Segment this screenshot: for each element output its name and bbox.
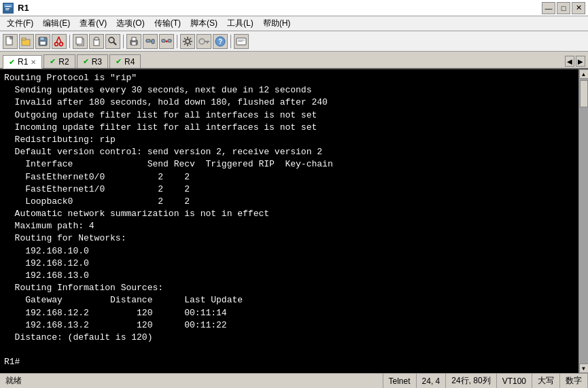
menu-script[interactable]: 脚本(S) — [186, 17, 222, 30]
menu-help[interactable]: 帮助(H) — [259, 17, 295, 30]
tab-check-r1: ✔ — [9, 58, 15, 67]
toolbar-open[interactable] — [19, 34, 34, 49]
status-position: 24, 4 — [417, 374, 447, 388]
toolbar-new[interactable] — [3, 34, 18, 49]
toolbar-save[interactable] — [35, 34, 50, 49]
svg-rect-24 — [132, 37, 136, 41]
scroll-down-button[interactable]: ▼ — [579, 364, 589, 373]
svg-rect-18 — [76, 37, 82, 44]
svg-rect-3 — [5, 8, 10, 9]
menu-edit[interactable]: 编辑(E) — [39, 17, 74, 30]
status-protocol: Telnet — [383, 374, 417, 388]
svg-point-13 — [55, 42, 58, 46]
terminal-type-text: VT100 — [502, 376, 526, 386]
toolbar-find[interactable] — [105, 34, 120, 49]
tab-check-r3: ✔ — [83, 57, 89, 66]
status-text: 就绪 — [5, 375, 22, 387]
terminal-output[interactable]: Routing Protocol is "rip" Sending update… — [0, 69, 578, 373]
status-num: 数字 — [560, 374, 588, 388]
scrollbar-thumb[interactable] — [580, 80, 588, 107]
toolbar-extra[interactable] — [234, 34, 249, 49]
maximize-button[interactable]: □ — [557, 2, 570, 14]
tab-r2[interactable]: ✔ R2 — [44, 54, 75, 68]
title-bar: R1 — □ ✕ — [0, 0, 588, 16]
toolbar-settings[interactable] — [180, 34, 195, 49]
svg-rect-12 — [40, 41, 46, 45]
svg-line-39 — [190, 43, 191, 45]
svg-rect-4 — [5, 10, 9, 10]
title-bar-left: R1 — [3, 3, 29, 14]
tab-r1[interactable]: ✔ R1 ✕ — [3, 55, 42, 69]
menu-transfer[interactable]: 传输(T) — [150, 17, 185, 30]
tab-label-r4: R4 — [124, 57, 135, 67]
terminal-container: Routing Protocol is "rip" Sending update… — [0, 69, 588, 373]
status-ready: 就绪 — [0, 374, 383, 388]
caps-text: 大写 — [538, 375, 554, 387]
tab-label-r1: R1 — [18, 57, 28, 67]
tab-check-r4: ✔ — [116, 57, 122, 66]
svg-rect-11 — [40, 37, 44, 40]
svg-rect-2 — [5, 6, 11, 7]
tab-nav-prev[interactable]: ◀ — [565, 56, 574, 67]
scrollbar-track[interactable] — [579, 79, 588, 364]
tab-navigation: ◀ ▶ — [565, 56, 585, 67]
minimize-button[interactable]: — — [542, 2, 555, 14]
toolbar-disconnect[interactable] — [159, 34, 174, 49]
svg-rect-44 — [207, 42, 208, 43]
svg-rect-45 — [208, 41, 209, 42]
svg-rect-29 — [162, 39, 165, 42]
svg-line-22 — [114, 42, 116, 45]
toolbar-print[interactable] — [126, 34, 141, 49]
svg-point-21 — [109, 37, 114, 43]
toolbar-sep3 — [177, 35, 177, 48]
tab-check-r2: ✔ — [50, 57, 56, 66]
title-controls: — □ ✕ — [542, 2, 585, 14]
menu-bar: 文件(F) 编辑(E) 查看(V) 选项(O) 传输(T) 脚本(S) 工具(L… — [0, 16, 588, 31]
toolbar-connect[interactable] — [143, 34, 158, 49]
toolbar-cut[interactable] — [52, 34, 67, 49]
toolbar-sep1 — [69, 35, 70, 48]
tab-bar: ✔ R1 ✕ ✔ R2 ✔ R3 ✔ R4 ◀ ▶ — [0, 52, 588, 69]
tab-r3[interactable]: ✔ R3 — [77, 54, 108, 68]
status-caps: 大写 — [532, 374, 560, 388]
svg-rect-25 — [132, 42, 136, 45]
protocol-text: Telnet — [389, 376, 411, 386]
svg-rect-1 — [4, 4, 12, 7]
svg-rect-30 — [168, 39, 171, 42]
toolbar-key[interactable] — [196, 34, 211, 49]
app-icon — [3, 3, 14, 14]
status-bar: 就绪 Telnet 24, 4 24行, 80列 VT100 大写 数字 — [0, 373, 588, 388]
svg-rect-9 — [22, 38, 26, 40]
position-text: 24, 4 — [422, 376, 440, 386]
svg-point-14 — [60, 42, 63, 46]
toolbar-copy[interactable] — [73, 34, 88, 49]
svg-line-40 — [190, 38, 191, 39]
menu-tools[interactable]: 工具(L) — [223, 17, 258, 30]
close-button[interactable]: ✕ — [572, 2, 585, 14]
rows-cols-text: 24行, 80列 — [451, 375, 490, 387]
toolbar-paste[interactable] — [89, 34, 104, 49]
svg-text:?: ? — [218, 38, 222, 46]
toolbar-help[interactable]: ? — [213, 34, 228, 49]
toolbar-sep4 — [230, 35, 231, 48]
svg-line-16 — [59, 37, 62, 43]
svg-rect-20 — [94, 37, 99, 40]
tab-label-r3: R3 — [92, 57, 102, 67]
scroll-up-button[interactable]: ▲ — [579, 69, 589, 79]
toolbar-sep2 — [123, 35, 124, 48]
toolbar: ? — [0, 31, 588, 52]
svg-line-38 — [184, 38, 186, 39]
menu-file[interactable]: 文件(F) — [3, 17, 37, 30]
svg-point-42 — [199, 39, 205, 44]
window-title: R1 — [18, 3, 29, 13]
tab-nav-next[interactable]: ▶ — [576, 56, 585, 67]
tab-r4[interactable]: ✔ R4 — [109, 54, 141, 68]
menu-options[interactable]: 选项(O) — [112, 17, 148, 30]
status-terminal: VT100 — [497, 374, 532, 388]
num-text: 数字 — [566, 375, 582, 387]
svg-rect-26 — [146, 39, 150, 42]
tab-close-r1[interactable]: ✕ — [31, 58, 36, 66]
status-rows-cols: 24行, 80列 — [446, 374, 496, 388]
svg-line-15 — [56, 37, 59, 43]
menu-view[interactable]: 查看(V) — [75, 17, 111, 30]
